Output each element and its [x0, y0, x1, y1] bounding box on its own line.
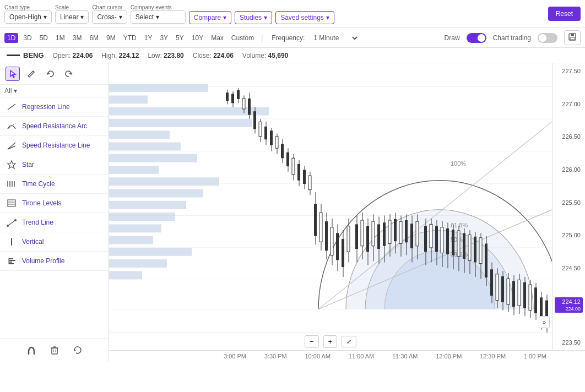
period-1m[interactable]: 1M	[53, 33, 68, 43]
save-chart-button[interactable]	[564, 30, 581, 45]
price-label-5: 225.50	[555, 199, 583, 206]
delete-tool[interactable]	[47, 343, 62, 357]
time-label-6: 12:00 PM	[436, 353, 462, 360]
period-1y[interactable]: 1Y	[142, 33, 155, 43]
time-cycle-item[interactable]: Time Cycle	[0, 175, 109, 194]
period-3y[interactable]: 3Y	[157, 33, 171, 43]
select-tool[interactable]	[6, 67, 20, 81]
filter-arrow[interactable]: ▾	[14, 87, 17, 95]
expand-button[interactable]: ⤢	[342, 336, 356, 347]
scale-label: Scale	[55, 4, 88, 10]
svg-rect-1	[571, 34, 574, 36]
reset-drawings-tool[interactable]	[71, 343, 85, 357]
speed-resistance-arc-item[interactable]: Speed Resistance Arc	[0, 117, 109, 136]
current-price-label: 224.12224.00	[555, 297, 583, 313]
svg-point-17	[7, 225, 9, 227]
svg-rect-87	[286, 153, 289, 167]
speed-resistance-line-item[interactable]: Speed Resistance Line	[0, 136, 109, 155]
period-3m[interactable]: 3M	[70, 33, 85, 43]
svg-rect-143	[446, 228, 449, 254]
period-3d[interactable]: 3D	[20, 33, 34, 43]
svg-rect-93	[303, 170, 306, 184]
svg-rect-121	[383, 222, 386, 246]
period-5d[interactable]: 5D	[37, 33, 51, 43]
refresh-icon	[72, 345, 83, 356]
time-axis: 3:00 PM 3:30 PM 10:00 AM 11:00 AM 11:30 …	[109, 350, 585, 362]
period-ytd[interactable]: YTD	[121, 33, 139, 43]
saved-settings-button[interactable]: Saved settings ▾	[275, 11, 334, 24]
svg-rect-56	[109, 259, 167, 268]
period-9m[interactable]: 9M	[104, 33, 118, 43]
chart-area[interactable]: 100% 61.8% 50% 38.2%	[109, 63, 552, 350]
undo-tool[interactable]	[43, 67, 57, 81]
svg-rect-125	[394, 219, 397, 241]
svg-rect-53	[109, 224, 161, 232]
scale-dropdown[interactable]: Linear ▾	[55, 10, 89, 24]
company-events-dropdown[interactable]: Select ▾	[131, 10, 186, 24]
svg-rect-2	[570, 37, 575, 40]
redo-tool[interactable]	[62, 67, 76, 81]
open-value: Open: 224.06	[53, 52, 93, 59]
svg-rect-105	[336, 233, 339, 260]
chart-trading-toggle[interactable]	[538, 33, 557, 43]
svg-rect-147	[457, 231, 460, 257]
time-cycle-icon	[7, 179, 17, 189]
svg-rect-139	[435, 226, 438, 252]
period-6m[interactable]: 6M	[86, 33, 101, 43]
svg-rect-145	[452, 230, 454, 255]
cursor-dropdown[interactable]: Cross- ▾	[92, 10, 127, 24]
svg-rect-73	[248, 99, 251, 115]
svg-rect-103	[331, 227, 333, 255]
period-5y[interactable]: 5Y	[173, 33, 187, 43]
svg-rect-23	[9, 262, 12, 263]
svg-rect-49	[109, 177, 219, 186]
svg-rect-42	[109, 95, 148, 104]
svg-rect-99	[319, 213, 322, 242]
period-max[interactable]: Max	[208, 33, 226, 43]
price-label-4: 226.00	[555, 166, 583, 173]
price-axis: 227.50 227.00 226.50 226.00 225.50 225.0…	[552, 63, 585, 350]
svg-rect-175	[534, 287, 537, 313]
frequency-select[interactable]: 1 Minute 5 Minutes 15 Minutes 1 Hour	[307, 31, 359, 45]
svg-rect-75	[253, 111, 256, 129]
svg-rect-97	[314, 204, 317, 236]
time-label-1: 3:00 PM	[224, 353, 246, 360]
studies-button[interactable]: Studies ▾	[235, 11, 272, 24]
svg-rect-153	[474, 237, 476, 263]
time-cycle-label: Time Cycle	[22, 180, 55, 188]
fast-forward-button[interactable]: »	[539, 316, 550, 328]
trend-line-item[interactable]: Trend Line	[0, 213, 109, 232]
zoom-in-button[interactable]: +	[323, 335, 338, 348]
time-label-3: 10:00 AM	[305, 353, 330, 360]
draw-toggle[interactable]	[467, 33, 486, 43]
volume-profile-item[interactable]: Volume Profile	[0, 252, 109, 271]
svg-rect-13	[8, 200, 15, 206]
svg-rect-77	[259, 122, 262, 137]
period-1d[interactable]: 1D	[4, 33, 18, 43]
reset-button[interactable]: Reset	[548, 7, 581, 21]
svg-rect-48	[109, 166, 159, 174]
svg-rect-127	[399, 221, 402, 243]
zoom-out-button[interactable]: −	[305, 335, 319, 348]
star-item[interactable]: Star	[0, 155, 109, 175]
regression-line-item[interactable]: Regression Line	[0, 97, 109, 117]
svg-marker-8	[8, 161, 15, 168]
period-10y[interactable]: 10Y	[189, 33, 206, 43]
trash-icon	[49, 345, 60, 356]
pencil-tool[interactable]	[24, 67, 39, 81]
svg-rect-159	[490, 269, 493, 296]
ticker: BENG	[7, 51, 44, 59]
magnet-tool[interactable]	[24, 343, 39, 357]
pencil-icon	[27, 69, 36, 78]
tirone-levels-item[interactable]: Tirone Levels	[0, 194, 109, 213]
pointer-icon	[8, 69, 17, 78]
svg-rect-111	[355, 224, 358, 249]
drawing-toolbar	[0, 63, 109, 85]
period-custom[interactable]: Custom	[229, 33, 257, 43]
chart-type-dropdown[interactable]: Open-High ▾	[4, 10, 52, 24]
svg-rect-65	[226, 92, 229, 101]
compare-button[interactable]: Compare ▾	[189, 11, 231, 24]
time-labels: 3:00 PM 3:30 PM 10:00 AM 11:00 AM 11:30 …	[218, 353, 552, 360]
time-period-bar: 1D 3D 5D 1M 3M 6M 9M YTD 1Y 3Y 5Y 10Y Ma…	[0, 28, 585, 48]
vertical-item[interactable]: Vertical	[0, 232, 109, 252]
